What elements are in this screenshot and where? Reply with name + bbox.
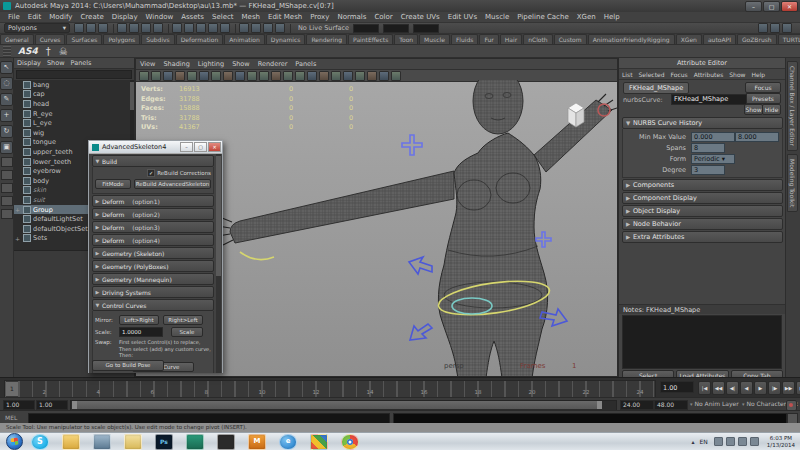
viewport-toolbar-icon[interactable] (223, 71, 233, 81)
status-icon[interactable] (184, 23, 194, 33)
current-frame-marker[interactable]: 1 (6, 382, 18, 396)
viewport-toolbar-icon[interactable] (163, 71, 173, 81)
minimize-button[interactable]: – (180, 142, 193, 152)
viewport-toolbar-icon[interactable] (199, 71, 209, 81)
outliner-item-l-eye[interactable]: L_eye (14, 118, 134, 128)
maya-taskbar-icon[interactable]: M (248, 434, 266, 450)
range-slider-bar[interactable] (72, 401, 602, 409)
viewport-toolbar-icon[interactable] (331, 71, 341, 81)
step-back-key-button[interactable]: ◀| (726, 381, 739, 395)
layout-preset-button[interactable] (1, 157, 13, 167)
show-button[interactable]: Show (744, 104, 763, 115)
as-section-deform-option4-[interactable]: ▶Deform(option4) (92, 234, 214, 246)
shelf-tab-fluids[interactable]: Fluids (451, 34, 479, 44)
outliner-item-r-eye[interactable]: R_eye (14, 109, 134, 119)
min-value-field[interactable]: 0.000 (691, 132, 735, 142)
viewport-toolbar-icon[interactable] (379, 71, 389, 81)
outliner-menu-display[interactable]: Display (14, 59, 44, 67)
as-section-control-curves[interactable]: ▼Control Curves (92, 299, 214, 311)
range-handle-right[interactable] (597, 401, 602, 409)
advancedskeleton-titlebar[interactable]: AdvancedSkeleton4 – ▢ ✕ (89, 141, 222, 154)
as-section-deform-option1-[interactable]: ▶Deform(option1) (92, 195, 214, 207)
viewport-toolbar-icon[interactable] (247, 71, 257, 81)
viewport-toolbar-icon[interactable] (151, 71, 161, 81)
skype-taskbar-icon[interactable]: S (31, 434, 49, 450)
shelf-tab-animation[interactable]: Animation (224, 34, 265, 44)
menu-display[interactable]: Display (108, 13, 142, 21)
ae-menu-attributes[interactable]: Attributes (691, 71, 727, 78)
shelf-tab-toon[interactable]: Toon (394, 34, 418, 44)
start-button[interactable] (6, 433, 23, 450)
menu-help[interactable]: Help (600, 13, 624, 21)
layout-preset-button[interactable] (1, 196, 13, 206)
menu-edit-uvs[interactable]: Edit UVs (444, 13, 481, 21)
media-player-taskbar-icon[interactable] (310, 434, 328, 450)
status-icon[interactable] (758, 23, 768, 33)
close-button[interactable]: ✕ (781, 1, 798, 12)
playback-start-field[interactable]: 1.00 (36, 400, 68, 410)
menu-assets[interactable]: Assets (177, 13, 208, 21)
camera-app-taskbar-icon[interactable] (217, 434, 235, 450)
rotate-tool-icon[interactable]: ↻ (0, 125, 13, 138)
status-icon[interactable] (98, 23, 108, 33)
lasso-tool-icon[interactable]: ◌ (0, 77, 13, 90)
status-icon[interactable] (74, 23, 84, 33)
outliner-item-cap[interactable]: cap (14, 90, 134, 100)
viewport-toolbar-icon[interactable] (307, 71, 317, 81)
status-icon[interactable] (141, 23, 151, 33)
menu-select[interactable]: Select (208, 13, 238, 21)
ae-menu-help[interactable]: Help (748, 71, 768, 78)
viewport-toolbar-icon[interactable] (391, 71, 401, 81)
focus-button[interactable]: Focus (745, 82, 781, 93)
menu-create[interactable]: Create (76, 13, 107, 21)
advancedskeleton-scrollbar[interactable] (216, 154, 221, 373)
outliner-item-bang[interactable]: bang (14, 80, 134, 90)
expand-icon[interactable]: + (14, 206, 21, 213)
range-handle-left[interactable] (72, 401, 77, 409)
as-section-geometry-skeleton-[interactable]: ▶Geometry (Skeleton) (92, 247, 214, 259)
menu-muscle[interactable]: Muscle (481, 13, 513, 21)
go-to-start-button[interactable]: |◀ (698, 381, 711, 395)
shelf-tab-fur[interactable]: Fur (479, 34, 498, 44)
animation-end-field[interactable]: 48.00 (654, 400, 688, 410)
maximize-button[interactable]: ▢ (763, 1, 780, 12)
play-backward-button[interactable]: ◀ (740, 381, 753, 395)
viewport-toolbar-icon[interactable] (283, 71, 293, 81)
current-time-field[interactable]: 1.00 (660, 381, 694, 393)
status-icon[interactable] (208, 23, 218, 33)
viewport-toolbar-icon[interactable] (343, 71, 353, 81)
viewport-menu-view[interactable]: View (136, 60, 159, 68)
shelf-tab-curves[interactable]: Curves (35, 34, 66, 44)
viewport-menu-renderer[interactable]: Renderer (254, 60, 292, 68)
layout-preset-button[interactable] (1, 170, 13, 180)
as-section-deform-option2-[interactable]: ▶Deform(option2) (92, 208, 214, 220)
shelf-tab-rendering[interactable]: Rendering (306, 34, 347, 44)
status-icon[interactable] (117, 23, 127, 33)
mirror-left-right-button[interactable]: Left>Right (119, 315, 159, 325)
status-icon[interactable] (782, 23, 792, 33)
viewport-toolbar-icon[interactable] (367, 71, 377, 81)
status-icon[interactable] (275, 23, 285, 33)
animation-start-field[interactable]: 1.00 (3, 400, 35, 410)
step-forward-frame-button[interactable]: ▶▶ (782, 381, 795, 395)
outliner-item-head[interactable]: head (14, 99, 134, 109)
status-icon[interactable] (196, 23, 206, 33)
coordinate-x-field[interactable] (353, 24, 379, 33)
scale-button[interactable]: Scale (171, 327, 203, 337)
go-to-build-pose-button[interactable]: Go to Build Pose (92, 360, 164, 371)
shelf-tab-surfaces[interactable]: Surfaces (66, 34, 102, 44)
paint-select-tool-icon[interactable]: ✎ (0, 93, 13, 106)
outliner-menu-show[interactable]: Show (44, 59, 68, 67)
section-nurbs-curve-history[interactable]: ▼ NURBS Curve History (622, 117, 783, 129)
shelf-tab-animationfriendlyrigging[interactable]: AnimationFriendlyRigging (588, 34, 675, 44)
maximize-button[interactable]: ▢ (194, 142, 207, 152)
presets-button[interactable]: Presets (745, 93, 781, 104)
section-object-display[interactable]: ▶Object Display (622, 205, 783, 217)
photoshop-taskbar-icon[interactable]: Ps (155, 434, 173, 450)
rebuild-advancedskeleton-button[interactable]: ReBuild AdvancedSkeleton (134, 179, 211, 189)
skull-icon[interactable]: ☠ (59, 46, 68, 57)
menu-file[interactable]: File (4, 13, 24, 21)
autodesk-app-taskbar-icon[interactable] (186, 434, 204, 450)
coordinate-z-field[interactable] (413, 24, 439, 33)
viewport-toolbar-icon[interactable] (187, 71, 197, 81)
